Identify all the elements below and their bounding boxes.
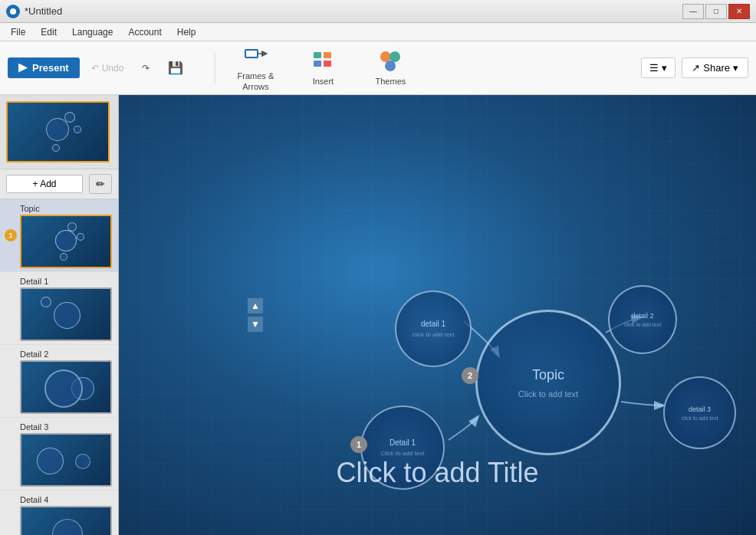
side-arrows: ▲ ▼ bbox=[248, 298, 263, 332]
slide-preview-area bbox=[0, 95, 118, 169]
save-icon: 💾 bbox=[168, 61, 183, 75]
title-placeholder[interactable]: Click to add Title bbox=[336, 457, 538, 489]
main-area: + Add ✏ 1 Topic bbox=[0, 95, 756, 535]
slide-label: Detail 3 bbox=[20, 421, 113, 433]
present-label: Present bbox=[32, 62, 69, 74]
slide-list-item[interactable]: Detail 1 bbox=[0, 272, 118, 345]
detail3-sublabel: Click to add text bbox=[381, 450, 425, 457]
detail1-sublabel: click to add text bbox=[412, 331, 454, 338]
step-badge-1: 1 bbox=[350, 436, 367, 453]
svg-point-6 bbox=[380, 51, 391, 62]
insert-label: Insert bbox=[313, 77, 334, 87]
detail4-sublabel: click to add text bbox=[681, 415, 718, 421]
slide-thumb-container: Detail 2 bbox=[20, 348, 113, 414]
hamburger-chevron: ▾ bbox=[662, 62, 667, 74]
toolbar-left: Present ↶ Undo ↷ 💾 bbox=[8, 57, 190, 79]
slide-thumb-container: Topic bbox=[20, 202, 113, 268]
save-button[interactable]: 💾 bbox=[161, 57, 190, 79]
slide-thumb bbox=[20, 215, 112, 268]
topic-label: Topic bbox=[532, 367, 564, 383]
slide-thumb bbox=[20, 506, 112, 535]
slide-list-item[interactable]: 1 Topic bbox=[0, 199, 118, 272]
toolbar: Present ↶ Undo ↷ 💾 Frames & Arrows bbox=[0, 41, 756, 95]
toolbar-right: ☰ ▾ ↗ Share ▾ bbox=[641, 57, 748, 78]
hamburger-menu-button[interactable]: ☰ ▾ bbox=[641, 57, 675, 78]
window-title: *Untitled bbox=[25, 5, 62, 17]
slide-label: Topic bbox=[20, 202, 113, 215]
slide-thumb bbox=[20, 360, 112, 414]
slide-thumb bbox=[20, 287, 112, 341]
canvas-area[interactable]: Topic Click to add text detail 1 click t… bbox=[119, 95, 756, 535]
menu-edit[interactable]: Edit bbox=[33, 25, 64, 39]
undo-label: Undo bbox=[102, 63, 124, 74]
svg-rect-3 bbox=[324, 52, 331, 58]
frames-arrows-tool[interactable]: Frames & Arrows bbox=[225, 45, 286, 91]
main-circle[interactable]: Topic Click to add text bbox=[475, 310, 621, 455]
share-chevron: ▾ bbox=[733, 62, 738, 74]
menu-account[interactable]: Account bbox=[120, 25, 169, 39]
title-bar-left: *Untitled bbox=[6, 5, 62, 18]
svg-rect-2 bbox=[314, 52, 321, 58]
insert-icon bbox=[311, 49, 335, 74]
redo-button[interactable]: ↷ bbox=[135, 59, 156, 77]
themes-icon bbox=[378, 49, 403, 74]
pencil-icon: ✏ bbox=[96, 178, 105, 190]
undo-button[interactable]: ↶ Undo bbox=[84, 59, 131, 77]
themes-tool[interactable]: Themes bbox=[360, 45, 421, 91]
side-arrow-up[interactable]: ▲ bbox=[248, 298, 263, 313]
svg-point-7 bbox=[390, 51, 400, 62]
side-arrow-down[interactable]: ▼ bbox=[248, 317, 263, 332]
close-button[interactable]: ✕ bbox=[728, 4, 750, 19]
detail1-circle[interactable]: detail 1 click to add text bbox=[395, 290, 472, 367]
maximize-button[interactable]: □ bbox=[705, 4, 727, 19]
add-button[interactable]: + Add bbox=[6, 175, 83, 193]
detail2-sublabel: click to add text bbox=[624, 322, 661, 327]
detail1-label: detail 1 bbox=[421, 320, 445, 328]
frames-arrows-icon bbox=[243, 44, 268, 68]
step-badge-2: 2 bbox=[462, 367, 478, 384]
themes-label: Themes bbox=[376, 77, 406, 87]
detail2-label: detail 2 bbox=[631, 312, 653, 320]
slide-label: Detail 4 bbox=[20, 494, 113, 506]
slide-label: Detail 1 bbox=[20, 275, 113, 287]
insert-tool[interactable]: Insert bbox=[292, 45, 353, 91]
svg-rect-5 bbox=[324, 61, 331, 67]
share-label: Share bbox=[703, 62, 730, 74]
detail4-circle[interactable]: detail 3 click to add text bbox=[663, 376, 736, 449]
slide-preview-thumb bbox=[6, 101, 110, 162]
menu-file[interactable]: File bbox=[3, 25, 33, 39]
svg-rect-4 bbox=[314, 61, 321, 67]
slide-list: 1 Topic Detail bbox=[0, 199, 118, 535]
present-play-icon bbox=[18, 64, 28, 73]
redo-icon: ↷ bbox=[142, 63, 150, 74]
detail2-circle[interactable]: detail 2 click to add text bbox=[608, 285, 677, 354]
menu-help[interactable]: Help bbox=[169, 25, 204, 39]
menu-bar: File Edit Language Account Help bbox=[0, 23, 756, 41]
slide-thumb-container: Detail 1 bbox=[20, 275, 113, 341]
slide-list-item[interactable]: Detail 2 bbox=[0, 345, 118, 418]
add-bar: + Add ✏ bbox=[0, 169, 118, 199]
window-controls[interactable]: — □ ✕ bbox=[682, 4, 750, 19]
slide-thumb-container: Detail 3 bbox=[20, 421, 113, 487]
edit-button[interactable]: ✏ bbox=[89, 174, 112, 194]
hamburger-icon: ☰ bbox=[649, 62, 659, 74]
share-icon: ↗ bbox=[692, 62, 700, 74]
slide-list-item[interactable]: Detail 3 bbox=[0, 418, 118, 491]
minimize-button[interactable]: — bbox=[682, 4, 704, 19]
undo-icon: ↶ bbox=[91, 63, 99, 74]
topic-sublabel: Click to add text bbox=[518, 389, 578, 399]
present-button[interactable]: Present bbox=[8, 57, 80, 78]
svg-point-8 bbox=[385, 61, 396, 71]
detail4-label: detail 3 bbox=[689, 405, 711, 413]
svg-rect-0 bbox=[245, 50, 258, 57]
slide-number-badge: 1 bbox=[5, 229, 17, 241]
slide-thumb-container: Detail 4 bbox=[20, 494, 113, 535]
app-icon bbox=[6, 5, 20, 18]
share-button[interactable]: ↗ Share ▾ bbox=[682, 57, 748, 78]
detail3-label: Detail 1 bbox=[390, 438, 416, 447]
toolbar-separator-1 bbox=[215, 53, 215, 84]
slide-thumb bbox=[20, 433, 112, 487]
slide-list-item[interactable]: Detail 4 bbox=[0, 491, 118, 535]
menu-language[interactable]: Language bbox=[64, 25, 120, 39]
slide-label: Detail 2 bbox=[20, 348, 113, 360]
